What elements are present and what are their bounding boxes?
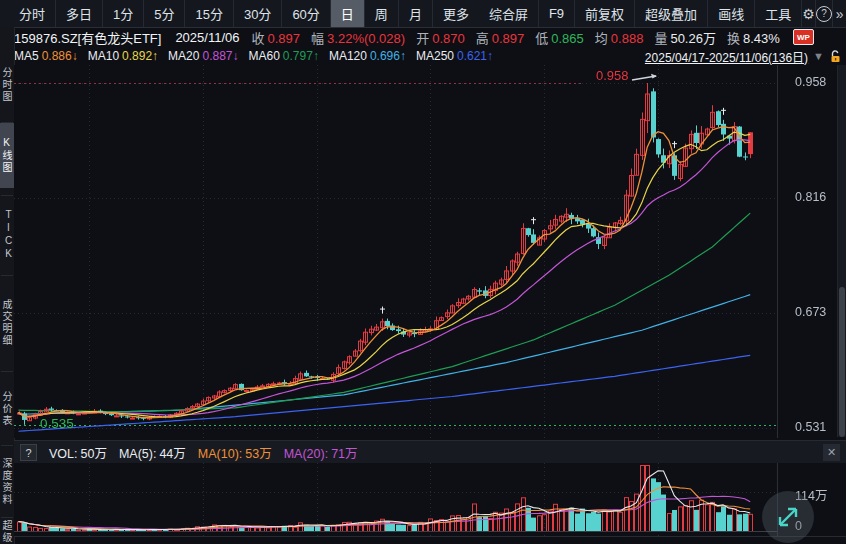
ma250-legend: MA2500.621↑ [416,49,493,63]
tab-60min[interactable]: 60分 [281,0,329,27]
field-open: 开0.870 [416,28,465,47]
scrollbar-thumb[interactable] [839,287,845,437]
tab-week[interactable]: 周 [364,0,398,27]
expand-arrows-icon [773,502,803,532]
volume-header-bar: ? VOL:50万 MA(5):44万 MA(10):53万 MA(20):71… [14,440,846,465]
sidebar-divider [1,371,13,372]
kline-app-window: 分时 多日 1分 5分 15分 30分 60分 日 周 月 更多 综合屏 F9 … [0,0,846,544]
unlock-icon[interactable] [829,50,842,63]
tab-fenshi[interactable]: 分时 [9,0,55,27]
quote-date: 2025/11/06 [175,30,239,45]
vol-ma10: MA(10):53万 [198,443,272,462]
sidebar-item-tick[interactable]: TICK [0,203,14,267]
sidebar-divider [1,445,13,446]
kline-pane: 0.958 0.816 0.673 0.531 0.958 0.535 [14,65,846,438]
sidebar-divider [1,195,13,196]
vertical-scrollbar[interactable] [837,65,846,437]
sidebar-item-chaoji[interactable]: 超级 [0,520,14,544]
tab-more-periods[interactable]: 更多 [432,0,479,27]
volume-pane: 114万 0 [14,463,846,536]
tab-5min[interactable]: 5分 [143,0,184,27]
ma5-legend: MA50.886↓ [14,49,78,63]
date-range-selector[interactable]: 2025/04/17-2025/11/06(136日) ▼ [645,48,846,65]
tab-tools[interactable]: 工具 [754,0,801,27]
tab-1min[interactable]: 1分 [102,0,143,27]
ma60-legend: MA600.797↑ [249,49,319,63]
sidebar-item-shendu-ziliao[interactable]: 深度资料 [0,450,14,514]
quote-info-bar: 159876.SZ[有色龙头ETF] 2025/11/06 收0.897 幅3.… [14,27,846,47]
field-close: 收0.897 [252,28,301,47]
sidebar-item-klinetu-active[interactable]: K线图 [0,123,14,188]
peak-price-label: 0.958 [596,68,629,83]
pane-divider [14,536,846,537]
tab-duori[interactable]: 多日 [55,0,102,27]
vol-ma5: MA(5):44万 [119,443,186,462]
field-volume: 量50.26万 [654,28,716,47]
help-circle: ? [816,6,832,22]
tab-30min[interactable]: 30分 [233,0,281,27]
tab-composite-screen[interactable]: 综合屏 [479,0,538,27]
settings-gear-icon[interactable]: ⚙ [801,0,815,27]
vol-ma20: MA(20):71万 [284,443,358,462]
ma120-legend: MA1200.696↑ [329,49,406,63]
date-range-text: 2025/04/17-2025/11/06(136日) [645,48,808,65]
ma10-legend: MA100.892↑ [88,49,158,63]
tab-draw-line[interactable]: 画线 [707,0,754,27]
tab-month[interactable]: 月 [398,0,432,27]
tab-day-active[interactable]: 日 [330,0,364,27]
period-tabbar: 分时 多日 1分 5分 15分 30分 60分 日 周 月 更多 综合屏 F9 … [0,0,846,28]
field-avg: 均0.888 [595,28,644,47]
peak-price-annotation: 0.958 [596,68,661,83]
ma-legend-bar: MA50.886↓ MA100.892↑ MA200.887↓ MA600.79… [14,47,846,65]
symbol-name: 159876.SZ[有色龙头ETF] [14,28,161,47]
vol-value: VOL:50万 [49,443,107,462]
sidebar-divider [1,517,13,518]
ma20-legend: MA200.887↓ [168,49,238,63]
tab-15min[interactable]: 15分 [184,0,232,27]
sidebar-divider [1,275,13,276]
sidebar-item-fenjiabiao[interactable]: 分价表 [0,378,14,440]
low-price-annotation: 0.535 [40,416,74,431]
field-turnover: 换8.43% [727,28,780,47]
field-low: 低0.865 [535,28,584,47]
sidebar-item-chengjiaomingxi[interactable]: 成交明细 [0,283,14,363]
tabbar-corner [0,0,9,27]
volume-canvas[interactable] [14,463,846,536]
wp-badge-icon[interactable]: WP [793,29,814,45]
tab-forward-adjust[interactable]: 前复权 [574,0,634,27]
more-chevron-icon[interactable]: » [832,0,846,27]
close-indicator-icon[interactable]: ✕ [823,444,840,461]
indicator-help-icon[interactable]: ? [20,444,37,461]
help-icon[interactable]: ? [815,0,832,27]
tab-f9[interactable]: F9 [538,0,574,27]
chevron-down-icon: ▼ [813,50,824,62]
peak-arrow-icon [631,69,661,83]
left-sidebar: 分时图 K线图 TICK 成交明细 分价表 深度资料 超级 [0,27,15,544]
expand-chart-button[interactable] [762,491,814,543]
field-high: 高0.897 [476,28,525,47]
sidebar-item-fenshitu[interactable]: 分时图 [0,53,14,117]
tab-super-overlay[interactable]: 超级叠加 [634,0,707,27]
kline-canvas[interactable] [14,65,846,438]
field-change: 幅3.22%(0.028) [311,28,405,47]
